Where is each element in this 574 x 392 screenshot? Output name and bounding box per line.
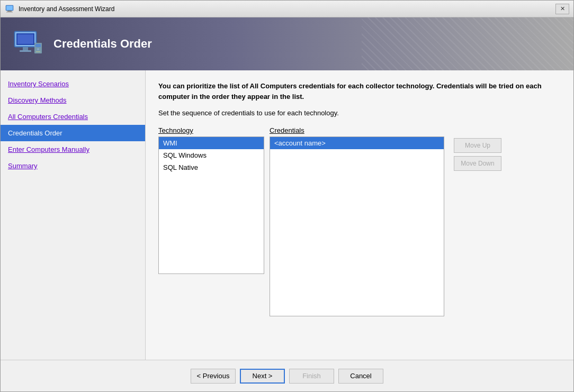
sidebar-item-summary[interactable]: Summary: [1, 158, 145, 174]
technology-list[interactable]: WMI SQL Windows SQL Native: [158, 136, 264, 274]
sidebar-item-enter-computers-manually[interactable]: Enter Computers Manually: [1, 141, 145, 158]
list-item-sql-native[interactable]: SQL Native: [159, 161, 264, 174]
window-title: Inventory and Assessment Wizard: [19, 5, 555, 13]
next-button[interactable]: Next >: [240, 369, 285, 384]
svg-rect-3: [6, 6, 13, 10]
previous-button[interactable]: < Previous: [191, 369, 236, 384]
svg-rect-1: [7, 11, 12, 12]
cancel-button[interactable]: Cancel: [338, 369, 383, 384]
main-window: Inventory and Assessment Wizard ✕: [0, 0, 574, 392]
sidebar-item-all-computers-credentials[interactable]: All Computers Credentials: [1, 108, 145, 125]
title-bar: Inventory and Assessment Wizard ✕: [1, 1, 573, 17]
svg-rect-2: [6, 12, 13, 13]
description-bold: You can prioritize the list of All Compu…: [158, 81, 561, 102]
sidebar: Inventory Scenarios Discovery Methods Al…: [1, 70, 146, 360]
credentials-list[interactable]: <account name>: [270, 136, 444, 316]
svg-point-12: [37, 48, 39, 50]
move-up-button[interactable]: Move Up: [454, 138, 501, 153]
svg-rect-13: [36, 51, 40, 52]
panes-container: Technology WMI SQL Windows SQL Native Cr…: [158, 126, 561, 316]
app-icon: [5, 4, 15, 14]
credentials-pane: Credentials <account name>: [270, 126, 444, 316]
credentials-label: Credentials: [270, 126, 444, 134]
sidebar-item-discovery-methods[interactable]: Discovery Methods: [1, 92, 145, 108]
svg-rect-11: [35, 44, 41, 47]
description-normal: Set the sequence of credentials to use f…: [158, 109, 561, 117]
sidebar-item-inventory-scenarios[interactable]: Inventory Scenarios: [1, 76, 145, 92]
svg-rect-7: [20, 50, 31, 52]
action-buttons: Move Up Move Down: [454, 126, 501, 171]
finish-button[interactable]: Finish: [289, 369, 334, 384]
svg-rect-6: [23, 47, 28, 50]
technology-label: Technology: [158, 126, 264, 134]
close-button[interactable]: ✕: [555, 4, 569, 14]
footer: < Previous Next > Finish Cancel: [1, 360, 573, 391]
header-computer-icon: [11, 27, 45, 61]
list-item-account-name[interactable]: <account name>: [270, 137, 444, 149]
technology-pane: Technology WMI SQL Windows SQL Native: [158, 126, 264, 274]
list-item-sql-windows[interactable]: SQL Windows: [159, 149, 264, 161]
content-panel: You can prioritize the list of All Compu…: [146, 70, 573, 360]
sidebar-item-credentials-order[interactable]: Credentials Order: [1, 125, 145, 141]
header-title: Credentials Order: [53, 37, 152, 51]
list-item-wmi[interactable]: WMI: [159, 137, 264, 149]
svg-rect-9: [17, 34, 33, 44]
main-content: Inventory Scenarios Discovery Methods Al…: [1, 70, 573, 360]
header-banner: Credentials Order: [1, 17, 573, 70]
move-down-button[interactable]: Move Down: [454, 156, 501, 171]
